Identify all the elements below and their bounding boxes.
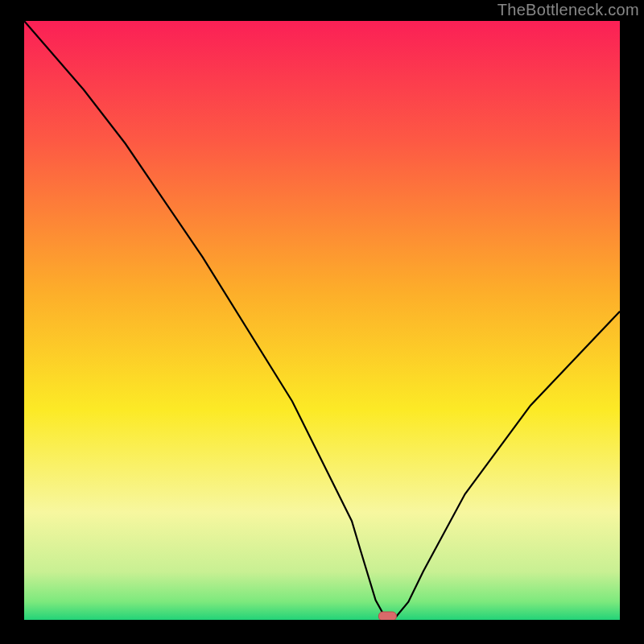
chart-background [24,21,620,620]
watermark-label: TheBottleneck.com [497,1,639,19]
plot-area [24,21,620,620]
bottleneck-chart [24,21,620,620]
optimal-marker [378,612,396,620]
chart-frame: TheBottleneck.com [0,0,644,644]
